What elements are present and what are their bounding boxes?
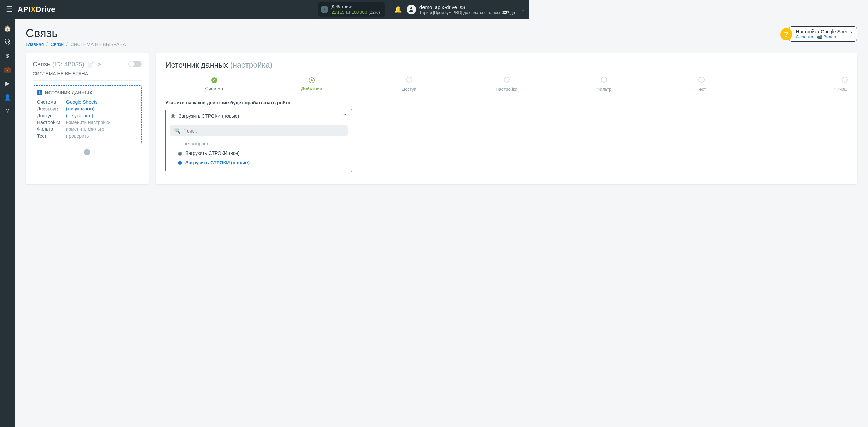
logo-api: API xyxy=(18,5,31,14)
gear-icon[interactable]: ⚙ xyxy=(97,62,101,67)
user-block[interactable]: demo_apix-drive_s3 Тариф |Премиум PRO| д… xyxy=(407,4,525,15)
enable-toggle[interactable] xyxy=(128,61,142,67)
menu-icon[interactable]: ☰ xyxy=(4,3,15,16)
conn-id: (ID: 48035) xyxy=(52,61,84,68)
source-title: ИСТОЧНИК ДАННЫХ xyxy=(45,90,92,95)
copy-icon[interactable]: 📄 xyxy=(87,62,94,67)
info-icon: i xyxy=(321,6,328,13)
step-system[interactable]: ✓Система xyxy=(165,77,263,91)
option-new[interactable]: ◉Загрузить СТРОКИ (новые) xyxy=(170,158,348,167)
action-prompt: Укажите на какое действие будет срабатыв… xyxy=(165,100,529,105)
breadcrumb: Главная / Связи / СИСТЕМА НЕ ВЫБРАНА xyxy=(26,42,529,47)
config-title: Источник данных xyxy=(165,61,228,69)
home-icon[interactable]: 🏠 xyxy=(4,25,11,32)
option-all[interactable]: ◉Загрузить СТРОКИ (все) xyxy=(170,148,348,158)
source-number: 1 xyxy=(37,90,42,95)
logo[interactable]: APIXDrive xyxy=(18,5,55,14)
breadcrumb-current: СИСТЕМА НЕ ВЫБРАНА xyxy=(70,42,126,47)
row-settings-key: Настройки xyxy=(37,120,66,125)
user-days-suffix: дн xyxy=(509,10,515,15)
header: ☰ APIXDrive i Действия: 22'115 из 100'00… xyxy=(0,0,529,19)
actions-total: 100'000 xyxy=(352,9,367,15)
row-action-key: Действие xyxy=(37,106,66,111)
source-box: 1 ИСТОЧНИК ДАННЫХ СистемаGoogle Sheets Д… xyxy=(33,85,142,144)
row-system-val[interactable]: Google Sheets xyxy=(66,99,98,105)
main: Связь Главная / Связи / СИСТЕМА НЕ ВЫБРА… xyxy=(15,19,529,262)
logo-x: X xyxy=(31,5,36,14)
search-input[interactable] xyxy=(183,128,343,134)
config-card: Источник данных (настройка) ✓Система Дей… xyxy=(156,53,529,184)
dropdown-search[interactable]: 🔍 xyxy=(170,125,348,136)
row-filter-key: Фильтр xyxy=(37,126,66,132)
sitemap-icon[interactable]: ⛓ xyxy=(5,39,11,46)
dollar-icon[interactable]: $ xyxy=(6,53,9,59)
page-title: Связь xyxy=(26,26,529,40)
chevron-down-icon[interactable]: ⌄ xyxy=(521,7,525,12)
user-plan: Тариф |Премиум PRO| до оплаты осталось xyxy=(419,10,502,15)
step-settings[interactable]: Настройки xyxy=(458,77,529,92)
add-destination-button[interactable]: + xyxy=(84,149,90,155)
dropdown-selected: Загрузить СТРОКИ (новые) xyxy=(179,113,239,119)
conn-title: Связь xyxy=(33,61,51,68)
config-title-dim: (настройка) xyxy=(230,61,273,69)
avatar-icon xyxy=(407,5,416,14)
option-none[interactable]: - не выбрано - xyxy=(170,139,348,148)
step-access[interactable]: Доступ xyxy=(360,77,458,92)
play-icon: ◉ xyxy=(178,150,182,156)
user-days: 327 xyxy=(502,10,509,15)
row-test-val[interactable]: проверить xyxy=(66,133,89,139)
dropdown-toggle[interactable]: ◉ Загрузить СТРОКИ (новые) ⌃ xyxy=(166,109,352,122)
actions-used: 22'115 xyxy=(332,9,345,15)
play-icon: ◉ xyxy=(171,113,175,119)
play-icon: ◉ xyxy=(178,160,182,165)
search-icon: 🔍 xyxy=(174,127,181,134)
row-action-val[interactable]: (не указано) xyxy=(66,106,95,111)
actions-percent: (22%) xyxy=(368,9,380,15)
row-settings-val[interactable]: изменить настройки xyxy=(66,120,111,125)
bell-icon[interactable]: 🔔 xyxy=(394,6,402,13)
row-access-key: Доступ xyxy=(37,113,66,118)
row-access-val[interactable]: (не указано) xyxy=(66,113,93,118)
actions-pill[interactable]: i Действия: 22'115 из 100'000 (22%) xyxy=(318,2,385,17)
connection-card: Связь (ID: 48035) 📄 ⚙ СИСТЕМА НЕ ВЫБРАНА… xyxy=(26,53,149,184)
row-test-key: Тест xyxy=(37,133,66,139)
breadcrumb-links[interactable]: Связи xyxy=(51,42,64,47)
stepper: ✓Система Действие Доступ Настройки Фильт… xyxy=(165,77,529,92)
user-icon[interactable]: 👤 xyxy=(4,94,11,101)
conn-sub: СИСТЕМА НЕ ВЫБРАНА xyxy=(33,71,142,76)
help-icon[interactable]: ? xyxy=(6,108,9,115)
breadcrumb-home[interactable]: Главная xyxy=(26,42,44,47)
chevron-up-icon: ⌃ xyxy=(342,113,347,119)
row-filter-val[interactable]: изменить фильтр xyxy=(66,126,104,132)
left-rail: 🏠 ⛓ $ 💼 ▶ 👤 ? xyxy=(0,19,15,262)
svg-point-0 xyxy=(410,7,412,9)
user-name: demo_apix-drive_s3 xyxy=(419,4,515,10)
actions-of: из xyxy=(344,9,352,15)
step-action[interactable]: Действие xyxy=(263,77,360,91)
briefcase-icon[interactable]: 💼 xyxy=(4,66,11,73)
row-system-key: Система xyxy=(37,99,66,105)
actions-label: Действия: xyxy=(332,4,380,9)
action-dropdown: ◉ Загрузить СТРОКИ (новые) ⌃ 🔍 - не выбр… xyxy=(165,109,352,172)
logo-drive: Drive xyxy=(36,5,55,14)
youtube-icon[interactable]: ▶ xyxy=(5,80,10,87)
